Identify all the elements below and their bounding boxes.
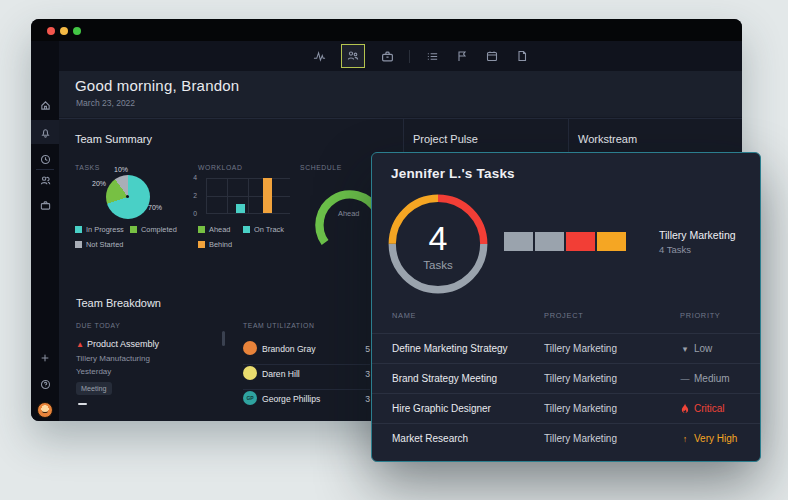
sidebar-item-add[interactable] [31, 346, 59, 370]
user-avatar[interactable] [37, 402, 53, 418]
schedule-gauge-arc [319, 195, 376, 243]
task-name: Market Research [392, 433, 468, 444]
col-project: PROJECT [544, 311, 583, 320]
plus-icon [40, 353, 50, 363]
due-item-project: Tillery Manufacturing [76, 354, 150, 363]
team-utilization-label: TEAM UTILIZATION [243, 322, 314, 329]
project-pulse-title[interactable]: Project Pulse [413, 133, 478, 145]
toolbar-portfolio-button[interactable] [379, 48, 395, 64]
behind-swatch [198, 241, 205, 248]
table-row[interactable]: Brand Strategy Meeting Tillery Marketing… [372, 363, 760, 393]
window-titlebar[interactable] [31, 19, 742, 41]
workload-label: WORKLOAD [198, 164, 242, 171]
column-divider [403, 118, 404, 152]
toolbar-team-button[interactable] [341, 44, 365, 68]
task-project: Tillery Marketing [544, 403, 617, 414]
member-row-daren-hill[interactable]: Daren Hill 3 [243, 366, 370, 391]
task-project: Tillery Marketing [544, 433, 617, 444]
pie-label-20: 20% [92, 180, 106, 187]
flame-icon [680, 403, 690, 414]
project-name: Tillery Marketing [659, 229, 736, 241]
content-divider [59, 118, 742, 119]
avatar [243, 366, 257, 380]
sidebar-item-notifications[interactable] [31, 120, 59, 144]
toolbar [59, 41, 742, 71]
legend-not-started: Not Started [75, 240, 123, 249]
zoom-button[interactable] [73, 27, 81, 35]
users-icon [40, 175, 51, 186]
priority-low-icon: ▾ [680, 344, 690, 354]
task-segment [504, 232, 533, 251]
legend-label: Completed [141, 225, 177, 234]
task-name: Hire Graphic Designer [392, 403, 491, 414]
sidebar-item-help[interactable] [31, 372, 59, 396]
table-row[interactable]: Market Research Tillery Marketing ↑ Very… [372, 423, 760, 453]
member-value: 5 [365, 344, 370, 354]
table-header: NAME PROJECT PRIORITY [372, 305, 760, 333]
briefcase-icon [381, 50, 394, 63]
task-name: Brand Strategy Meeting [392, 373, 497, 384]
document-icon [516, 50, 528, 62]
greeting-title: Good morning, Brandon [75, 77, 239, 94]
donut-label: Tasks [386, 259, 490, 271]
meeting-tag: Meeting [76, 382, 112, 395]
team-summary-title: Team Summary [75, 133, 152, 145]
avatar: GP [243, 391, 257, 405]
task-priority: ↑ Very High [680, 433, 737, 444]
toolbar-milestone-button[interactable] [454, 48, 470, 64]
task-priority: — Medium [680, 373, 730, 384]
bell-icon [40, 127, 51, 138]
col-priority: PRIORITY [680, 311, 721, 320]
y-tick-0: 0 [187, 210, 197, 217]
close-button[interactable] [47, 27, 55, 35]
task-project: Tillery Marketing [544, 373, 617, 384]
member-row-brandon-gray[interactable]: Brandon Gray 5 [243, 341, 370, 366]
date-text: March 23, 2022 [76, 98, 135, 108]
sidebar-item-home[interactable] [31, 93, 59, 117]
tasks-table: NAME PROJECT PRIORITY Define Marketing S… [372, 305, 760, 453]
row-divider [243, 364, 370, 365]
y-tick-4: 4 [187, 174, 197, 181]
workstream-title[interactable]: Workstream [578, 133, 637, 145]
due-item-product-assembly[interactable]: ▲Product Assembly [76, 339, 159, 349]
question-icon [40, 379, 51, 390]
priority-label: Very High [694, 433, 737, 444]
team-breakdown-title: Team Breakdown [76, 297, 161, 309]
y-tick-2: 2 [187, 192, 197, 199]
row-divider [243, 389, 370, 390]
toolbar-activity-button[interactable] [311, 48, 327, 64]
sidebar-item-portfolio[interactable] [31, 193, 59, 217]
toolbar-divider [409, 50, 410, 63]
table-row[interactable]: Define Marketing Strategy Tillery Market… [372, 333, 760, 363]
project-task-count: 4 Tasks [659, 244, 691, 255]
priority-very-high-icon: ↑ [680, 434, 690, 444]
toolbar-document-button[interactable] [514, 48, 530, 64]
jennifer-tasks-modal: Jennifer L.'s Tasks 4 Tasks Tillery Mark… [371, 152, 761, 462]
legend-label: Ahead [209, 225, 230, 234]
task-priority: ▾ Low [680, 343, 712, 354]
toolbar-list-button[interactable] [424, 48, 440, 64]
member-name: Brandon Gray [262, 344, 316, 354]
activity-icon [313, 50, 326, 63]
member-row-george-phillips[interactable]: GP George Phillips 3 [243, 391, 370, 416]
priority-medium-icon: — [680, 374, 690, 384]
toolbar-calendar-button[interactable] [484, 48, 500, 64]
legend-label: On Track [254, 225, 284, 234]
flag-icon [456, 50, 468, 62]
table-row[interactable]: Hire Graphic Designer Tillery Marketing … [372, 393, 760, 423]
task-segment [597, 232, 626, 251]
alert-triangle-icon: ▲ [76, 340, 84, 349]
priority-label: Medium [694, 373, 730, 384]
workload-bar-chart [206, 178, 290, 214]
donut-count: 4 [386, 219, 490, 258]
ahead-swatch [198, 226, 205, 233]
next-item-stub [78, 403, 87, 405]
scrollbar-thumb[interactable] [222, 331, 225, 346]
minimize-button[interactable] [60, 27, 68, 35]
task-priority: Critical [680, 403, 725, 414]
due-today-label: DUE TODAY [76, 322, 120, 329]
task-name: Define Marketing Strategy [392, 343, 508, 354]
task-segment [566, 232, 595, 251]
sidebar-item-team[interactable] [31, 168, 59, 192]
completed-swatch [130, 226, 137, 233]
